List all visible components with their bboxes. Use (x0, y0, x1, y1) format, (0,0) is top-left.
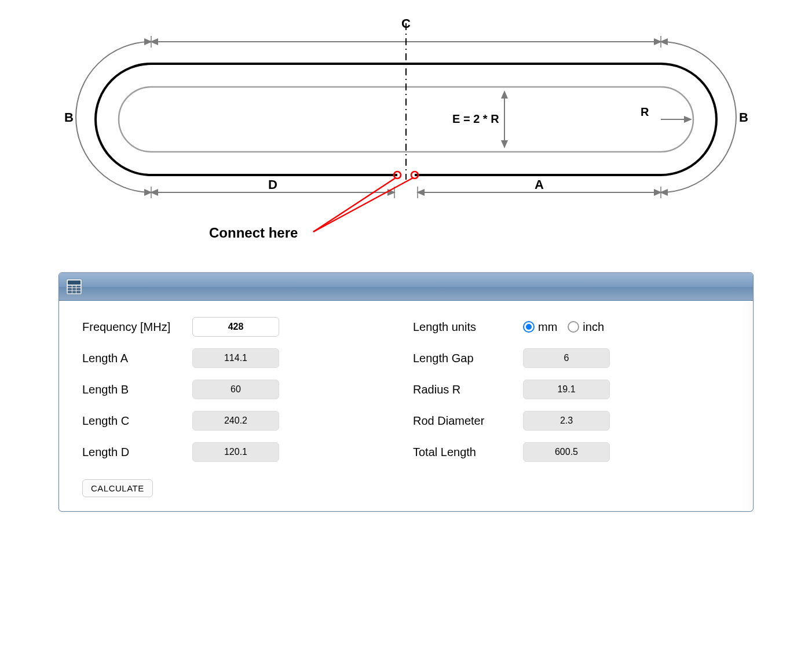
diagram-label-r: R (641, 105, 649, 118)
diagram-connect-label: Connect here (209, 225, 298, 240)
radius-r-output: 19.1 (523, 380, 610, 399)
unit-inch-label: inch (583, 320, 604, 334)
diagram-label-b-right: B (739, 110, 748, 125)
length-gap-label: Length Gap (413, 352, 523, 365)
length-b-output: 60 (192, 380, 279, 399)
calculate-button[interactable]: CALCULATE (82, 479, 153, 497)
unit-mm-label: mm (538, 320, 557, 334)
length-gap-output: 6 (523, 348, 610, 368)
radius-r-label: Radius R (413, 383, 523, 396)
calculator-body: Frequency [MHz] Length A 114.1 Length B … (59, 301, 753, 511)
frequency-input[interactable] (192, 317, 279, 337)
diagram-label-a: A (535, 177, 544, 192)
calculator-icon (66, 279, 82, 295)
length-d-label: Length D (82, 446, 192, 459)
total-length-output: 600.5 (523, 442, 610, 462)
calculator-header (59, 273, 753, 301)
length-b-label: Length B (82, 383, 192, 396)
total-length-label: Total Length (413, 446, 523, 459)
diagram-label-e: E = 2 * R (452, 112, 499, 125)
diagram-label-d: D (268, 177, 277, 192)
length-c-label: Length C (82, 414, 192, 428)
antenna-diagram: C B B E = 2 * R R D (6, 6, 806, 272)
length-d-output: 120.1 (192, 442, 279, 462)
length-a-output: 114.1 (192, 348, 279, 368)
length-c-output: 240.2 (192, 411, 279, 431)
scrollbar-edge[interactable] (741, 302, 752, 510)
length-a-label: Length A (82, 352, 192, 365)
length-units-label: Length units (413, 320, 523, 334)
diagram-svg: C B B E = 2 * R R D (58, 6, 754, 249)
unit-inch-radio[interactable]: inch (568, 320, 604, 334)
rod-diameter-label: Rod Diameter (413, 414, 523, 428)
svg-line-19 (313, 178, 396, 232)
units-radio-group: mm inch (523, 320, 604, 334)
frequency-label: Frequency [MHz] (82, 320, 192, 334)
calculator-panel: Frequency [MHz] Length A 114.1 Length B … (58, 272, 754, 512)
svg-line-20 (313, 178, 413, 232)
diagram-label-b-left: B (64, 110, 74, 125)
rod-diameter-output: 2.3 (523, 411, 610, 431)
unit-mm-radio[interactable]: mm (523, 320, 557, 334)
